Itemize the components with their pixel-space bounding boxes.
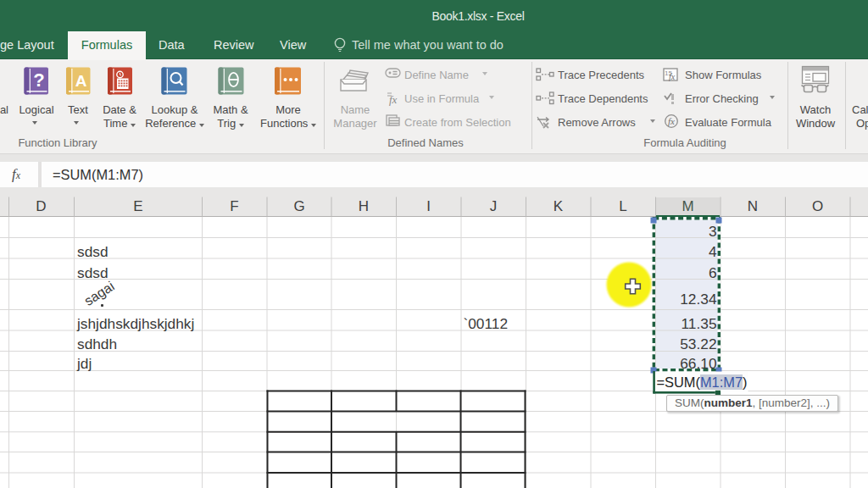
svg-text:?: ? [33,69,44,91]
svg-text:fx: fx [668,116,675,126]
svg-text:fx: fx [669,72,676,81]
svg-text:fx: fx [389,93,398,106]
svg-text:A: A [75,72,87,90]
